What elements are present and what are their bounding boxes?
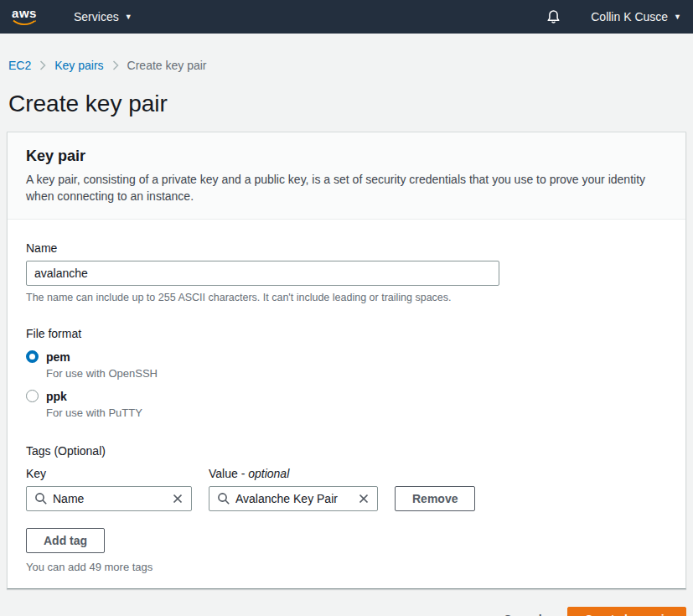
bell-icon	[546, 9, 561, 24]
tag-key-input-wrapper	[26, 486, 192, 511]
tag-key-column: Key	[26, 467, 192, 511]
footer-actions: Cancel Create key pair	[7, 607, 686, 616]
add-tag-button[interactable]: Add tag	[26, 528, 105, 553]
radio-ppk-label: ppk	[46, 390, 67, 403]
close-icon[interactable]	[358, 493, 370, 505]
radio-pem-description: For use with OpenSSH	[46, 367, 158, 380]
user-menu[interactable]: Collin K Cusce ▼	[591, 10, 681, 23]
breadcrumb-link-ec2[interactable]: EC2	[8, 59, 31, 72]
chevron-right-icon	[112, 60, 119, 70]
user-menu-label: Collin K Cusce	[591, 10, 668, 23]
radio-option-pem[interactable]: pem For use with OpenSSH	[26, 349, 669, 380]
tag-value-column: Value - optional	[209, 467, 378, 511]
radio-texts: pem For use with OpenSSH	[46, 349, 158, 380]
tag-row: Key	[26, 467, 669, 511]
name-field-group: Name The name can include up to 255 ASCI…	[26, 241, 669, 303]
breadcrumb: EC2 Key pairs Create key pair	[8, 59, 693, 72]
radio-selected-icon[interactable]	[26, 350, 39, 363]
panel-header: Key pair A key pair, consisting of a pri…	[8, 132, 685, 220]
name-field-label: Name	[26, 241, 669, 255]
services-menu[interactable]: Services ▼	[74, 10, 132, 23]
chevron-down-icon: ▼	[125, 13, 132, 21]
radio-pem-label: pem	[46, 350, 70, 364]
services-menu-label: Services	[74, 10, 119, 23]
name-input[interactable]	[26, 261, 499, 286]
file-format-label: File format	[26, 327, 669, 340]
search-icon	[217, 492, 230, 505]
name-field-helper: The name can include up to 255 ASCII cha…	[26, 292, 669, 303]
file-format-group: File format pem For use with OpenSSH ppk…	[26, 327, 669, 419]
tag-value-label: Value - optional	[209, 467, 378, 480]
tags-section-label: Tags (Optional)	[26, 444, 669, 458]
key-pair-panel: Key pair A key pair, consisting of a pri…	[7, 132, 686, 589]
page-title: Create key pair	[8, 91, 693, 117]
tags-section: Tags (Optional) Key	[26, 444, 669, 573]
tag-value-label-optional: optional	[248, 467, 289, 480]
aws-smile-icon	[12, 19, 37, 27]
aws-logo[interactable]: aws	[12, 8, 37, 27]
tag-key-input[interactable]	[53, 492, 167, 505]
notifications-button[interactable]	[546, 9, 561, 24]
tag-value-input-wrapper	[209, 486, 378, 511]
tag-value-label-prefix: Value -	[209, 467, 245, 480]
panel-description: A key pair, consisting of a private key …	[26, 171, 665, 205]
breadcrumb-current: Create key pair	[127, 59, 207, 72]
radio-texts: ppk For use with PuTTY	[46, 389, 142, 419]
breadcrumb-link-key-pairs[interactable]: Key pairs	[54, 59, 103, 72]
radio-ppk-description: For use with PuTTY	[46, 406, 142, 419]
panel-body: Name The name can include up to 255 ASCI…	[8, 220, 685, 588]
top-navbar: aws Services ▼ Collin K Cusce ▼	[0, 0, 693, 34]
aws-logo-text: aws	[12, 8, 37, 19]
tag-key-label: Key	[26, 467, 192, 480]
search-icon	[34, 492, 48, 505]
close-icon[interactable]	[172, 493, 184, 505]
remaining-tags-text: You can add 49 more tags	[26, 561, 669, 573]
create-key-pair-button[interactable]: Create key pair	[567, 607, 686, 616]
radio-option-ppk[interactable]: ppk For use with PuTTY	[26, 389, 669, 419]
chevron-right-icon	[39, 60, 46, 70]
radio-unselected-icon[interactable]	[26, 390, 39, 402]
panel-title: Key pair	[26, 148, 669, 165]
cancel-button[interactable]: Cancel	[504, 613, 542, 616]
chevron-down-icon: ▼	[674, 13, 681, 21]
tag-value-input[interactable]	[235, 492, 353, 505]
remove-tag-button[interactable]: Remove	[395, 486, 475, 511]
